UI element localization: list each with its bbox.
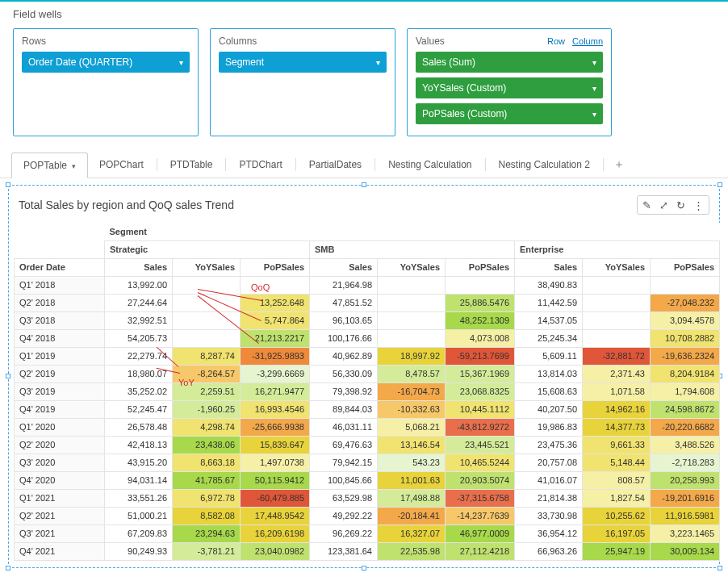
cell-value[interactable]: 5,148.44	[583, 454, 651, 471]
cell-value[interactable]: -32,881.72	[583, 347, 651, 365]
cell-value[interactable]	[378, 276, 446, 294]
tab-popchart[interactable]: POPChart	[88, 153, 155, 177]
cell-value[interactable]: 5,747.864	[241, 311, 310, 329]
cell-value[interactable]: 13,814.03	[515, 365, 583, 382]
cell-value[interactable]: 52,245.47	[105, 400, 173, 418]
cell-value[interactable]	[583, 294, 651, 311]
cell-value[interactable]: 10,255.62	[583, 507, 651, 525]
cell-value[interactable]	[378, 329, 446, 347]
cell-value[interactable]: 96,269.22	[310, 525, 378, 542]
cell-value[interactable]: 13,252.648	[241, 294, 310, 311]
cell-value[interactable]: 5,609.11	[515, 347, 583, 365]
cell-value[interactable]: 90,249.93	[105, 542, 173, 560]
cell-value[interactable]: 27,244.64	[105, 294, 173, 311]
cell-value[interactable]	[378, 294, 446, 311]
rows-pill-order-date[interactable]: Order Date (QUARTER) ▾	[22, 52, 190, 73]
cell-value[interactable]: 66,963.26	[515, 542, 583, 560]
tab-ptdtable[interactable]: PTDTable	[159, 153, 224, 177]
cell-value[interactable]: 15,608.63	[515, 382, 583, 400]
cell-value[interactable]: 23,445.521	[446, 436, 515, 454]
row-label[interactable]: Q4' 2020	[15, 471, 105, 489]
cell-value[interactable]: 16,197.05	[583, 525, 651, 542]
col-yoysales[interactable]: YoYSales	[583, 258, 651, 276]
cell-value[interactable]: 40,207.50	[515, 400, 583, 418]
row-label[interactable]: Q4' 2021	[15, 542, 105, 560]
cell-value[interactable]: 543.23	[378, 454, 446, 471]
cell-value[interactable]: 26,578.48	[105, 418, 173, 436]
cell-value[interactable]: 23,438.06	[173, 436, 241, 454]
cell-value[interactable]: 3,094.4578	[651, 311, 720, 329]
values-well[interactable]: Values Row Column Sales (Sum) ▾ YoYSales…	[407, 28, 612, 136]
cell-value[interactable]: 123,381.64	[310, 542, 378, 560]
col-popsales[interactable]: PoPSales	[241, 258, 310, 276]
tab-nesting-calc-2[interactable]: Nesting Calculation 2	[487, 153, 601, 177]
cell-value[interactable]	[583, 329, 651, 347]
order-date-header[interactable]: Order Date	[15, 258, 105, 276]
cell-value[interactable]: 16,271.9477	[241, 382, 310, 400]
rows-well[interactable]: Rows Order Date (QUARTER) ▾	[13, 28, 199, 136]
cell-value[interactable]: 79,942.15	[310, 454, 378, 471]
resize-handle[interactable]	[6, 566, 10, 571]
cell-value[interactable]: 14,377.73	[583, 418, 651, 436]
cell-value[interactable]: 67,209.83	[105, 525, 173, 542]
cell-value[interactable]: 23,475.36	[515, 436, 583, 454]
cell-value[interactable]: -10,332.63	[378, 400, 446, 418]
cell-value[interactable]: 18,997.92	[378, 347, 446, 365]
cell-value[interactable]: 10,708.2882	[651, 329, 720, 347]
edit-icon[interactable]: ✎	[642, 199, 651, 211]
pivot-table-visual[interactable]: Total Sales by region and QoQ sales Tren…	[8, 185, 720, 568]
cell-value[interactable]: 15,367.1969	[446, 365, 515, 382]
cell-value[interactable]: 51,000.21	[105, 507, 173, 525]
row-label[interactable]: Q1' 2019	[15, 347, 105, 365]
add-sheet-button[interactable]: ＋	[605, 153, 633, 177]
cell-value[interactable]: 32,992.51	[105, 311, 173, 329]
cell-value[interactable]: 6,972.78	[173, 489, 241, 507]
cell-value[interactable]: 8,582.08	[173, 507, 241, 525]
col-sales[interactable]: Sales	[515, 258, 583, 276]
cell-value[interactable]: 63,529.98	[310, 489, 378, 507]
tab-partialdates[interactable]: PartialDates	[298, 153, 373, 177]
cell-value[interactable]: -8,264.57	[173, 365, 241, 382]
cell-value[interactable]: 14,537.05	[515, 311, 583, 329]
cell-value[interactable]: -59,213.7699	[446, 347, 515, 365]
cell-value[interactable]: 3,488.526	[651, 436, 720, 454]
cell-value[interactable]: 79,398.92	[310, 382, 378, 400]
row-label[interactable]: Q3' 2021	[15, 525, 105, 542]
cell-value[interactable]: 2,371.43	[583, 365, 651, 382]
cell-value[interactable]	[378, 311, 446, 329]
col-popsales[interactable]: PoPSales	[446, 258, 515, 276]
cell-value[interactable]: 23,294.63	[173, 525, 241, 542]
tab-ptdchart[interactable]: PTDChart	[228, 153, 293, 177]
col-sales[interactable]: Sales	[310, 258, 378, 276]
cell-value[interactable]: 47,851.52	[310, 294, 378, 311]
cell-value[interactable]: -27,048.232	[651, 294, 720, 311]
cell-value[interactable]: 41,016.07	[515, 471, 583, 489]
resize-handle[interactable]	[6, 374, 10, 378]
values-pill-popsales[interactable]: PoPSales (Custom) ▾	[416, 103, 603, 124]
segment-smb[interactable]: SMB	[310, 240, 515, 258]
cell-value[interactable]	[241, 276, 310, 294]
cell-value[interactable]: 38,490.83	[515, 276, 583, 294]
segment-enterprise[interactable]: Enterprise	[515, 240, 720, 258]
values-pill-sales[interactable]: Sales (Sum) ▾	[416, 52, 603, 73]
cell-value[interactable]: 22,279.74	[105, 347, 173, 365]
cell-value[interactable]: 8,478.57	[378, 365, 446, 382]
col-yoysales[interactable]: YoYSales	[378, 258, 446, 276]
row-label[interactable]: Q3' 2019	[15, 382, 105, 400]
cell-value[interactable]	[173, 311, 241, 329]
cell-value[interactable]: 33,730.98	[515, 507, 583, 525]
cell-value[interactable]: 27,112.4218	[446, 542, 515, 560]
cell-value[interactable]: 24,598.8672	[651, 400, 720, 418]
cell-value[interactable]: 9,661.33	[583, 436, 651, 454]
cell-value[interactable]: 25,947.19	[583, 542, 651, 560]
cell-value[interactable]: 16,327.07	[378, 525, 446, 542]
row-label[interactable]: Q3' 2018	[15, 311, 105, 329]
cell-value[interactable]	[583, 311, 651, 329]
cell-value[interactable]: -2,718.283	[651, 454, 720, 471]
cell-value[interactable]: 48,252.1309	[446, 311, 515, 329]
segment-strategic[interactable]: Strategic	[105, 240, 310, 258]
cell-value[interactable]: -14,237.7639	[446, 507, 515, 525]
cell-value[interactable]: 22,535.98	[378, 542, 446, 560]
cell-value[interactable]	[173, 329, 241, 347]
cell-value[interactable]: 1,794.608	[651, 382, 720, 400]
